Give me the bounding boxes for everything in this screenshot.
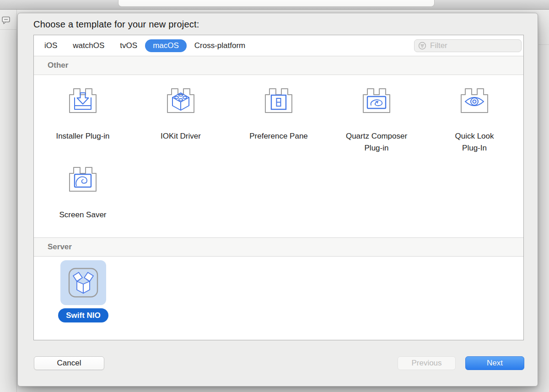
template-grid-row-1: Installer Plug-in IOKit Driver	[34, 75, 523, 154]
cancel-button[interactable]: Cancel	[34, 356, 104, 370]
filter-input[interactable]	[429, 41, 517, 51]
tab-cross-platform[interactable]: Cross-platform	[187, 39, 253, 52]
installer-download-tray-icon	[68, 87, 98, 113]
template-label: Preference Pane	[249, 130, 308, 142]
tab-tvos[interactable]: tvOS	[112, 39, 145, 52]
template-label: Screen Saver	[59, 209, 107, 221]
template-label: Installer Plug-in	[56, 130, 109, 142]
filter-icon	[418, 42, 426, 50]
tab-macos[interactable]: macOS	[145, 39, 187, 52]
template-label: IOKit Driver	[161, 130, 201, 142]
template-preference-pane[interactable]: Preference Pane	[230, 75, 328, 154]
template-label: Quartz Composer Plug-in	[337, 130, 417, 154]
next-button[interactable]: Next	[465, 356, 524, 370]
section-title: Server	[48, 242, 72, 252]
tab-watchos[interactable]: watchOS	[65, 39, 112, 52]
template-iokit-driver[interactable]: IOKit Driver	[132, 75, 230, 154]
section-header-server: Server	[34, 237, 523, 257]
template-selection-highlight	[60, 260, 106, 305]
previous-button[interactable]: Previous	[398, 356, 456, 370]
template-quick-look-plugin[interactable]: Quick Look Plug-In	[425, 75, 523, 154]
template-quartz-composer-plugin[interactable]: Quartz Composer Plug-in	[328, 75, 425, 154]
bezier-loop-icon	[361, 87, 392, 113]
filter-field[interactable]	[414, 39, 522, 52]
lego-brick-icon	[166, 87, 196, 113]
tab-ios[interactable]: iOS	[37, 39, 65, 52]
open-box-icon	[68, 268, 98, 298]
background-divider-right	[538, 44, 549, 45]
toolbar-activity-viewer	[118, 0, 435, 7]
preference-switch-icon	[264, 87, 294, 113]
template-grid-row-2: Screen Saver	[34, 166, 523, 221]
selected-template-pill: Swift NIO	[58, 308, 108, 322]
background-toolbar	[0, 0, 549, 10]
background-divider-vertical	[16, 10, 17, 392]
swirl-icon	[68, 166, 98, 192]
section-title: Other	[48, 61, 68, 70]
eye-icon	[459, 87, 490, 113]
new-project-template-sheet: Choose a template for your new project: …	[17, 13, 538, 387]
sheet-title: Choose a template for your new project:	[33, 19, 199, 30]
template-chooser-panel: iOS watchOS tvOS macOS Cross-platform Ot…	[33, 35, 524, 340]
section-header-other: Other	[34, 56, 523, 75]
template-label: Quick Look Plug-In	[447, 130, 502, 154]
comment-bubble-icon[interactable]	[2, 16, 11, 24]
template-installer-plugin[interactable]: Installer Plug-in	[34, 75, 132, 154]
template-grid-other: Installer Plug-in IOKit Driver	[34, 75, 523, 237]
template-screen-saver[interactable]: Screen Saver	[34, 166, 132, 221]
template-swift-nio[interactable]: Swift NIO	[58, 260, 108, 322]
background-divider-horizontal	[0, 29, 16, 30]
